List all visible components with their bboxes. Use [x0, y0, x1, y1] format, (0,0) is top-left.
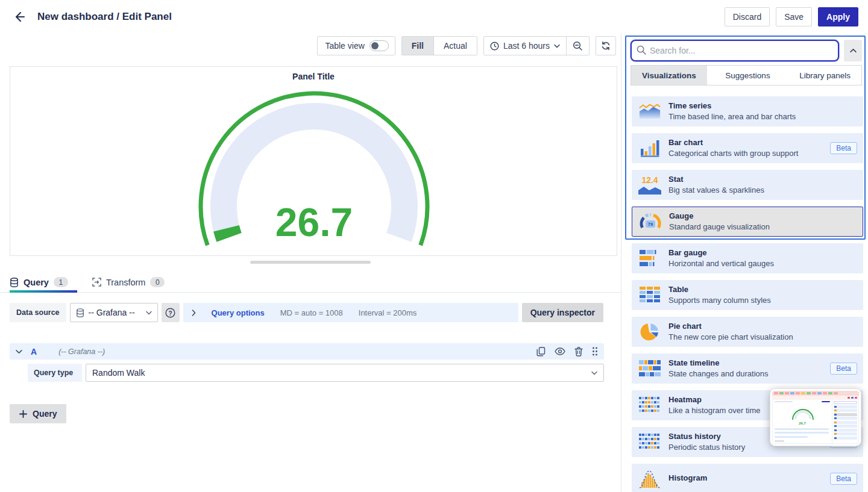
tab-query[interactable]: Query 1	[10, 277, 68, 287]
query-row-header[interactable]: A (-- Grafana --)	[10, 343, 604, 360]
gauge-icon: 79	[638, 212, 662, 231]
active-tab-underline	[10, 290, 77, 293]
time-series-icon	[638, 102, 662, 120]
query-options-interval: Interval = 200ms	[359, 308, 417, 317]
thumbnail-page: 26.7	[772, 400, 859, 444]
fit-mode-group: Fill Actual	[401, 36, 477, 55]
beta-badge: Beta	[830, 473, 857, 485]
time-range-picker[interactable]: Last 6 hours	[484, 37, 566, 55]
svg-text:?: ?	[169, 310, 172, 316]
datasource-select[interactable]: -- Grafana --	[70, 303, 158, 322]
viz-item-name: Stat	[668, 175, 764, 184]
panel-resize-handle[interactable]	[250, 261, 371, 264]
thumbnail-sidebar	[832, 400, 858, 443]
viz-item-name: State timeline	[668, 358, 769, 368]
query-inspector-button[interactable]: Query inspector	[522, 303, 603, 322]
viz-item-desc: Like a histogram over time	[668, 406, 760, 416]
datasource-label: Data source	[10, 303, 66, 322]
viz-item-desc: Big stat values & sparklines	[668, 185, 764, 195]
actual-button[interactable]: Actual	[433, 37, 477, 55]
eye-icon[interactable]	[555, 347, 565, 355]
pip-preview-thumbnail[interactable]: 26.7	[770, 388, 861, 446]
query-type-label: Query type	[28, 364, 82, 382]
clock-icon	[490, 42, 499, 51]
viz-item-histogram[interactable]: Histogram Beta	[632, 464, 863, 492]
viz-item-bar-chart[interactable]: Bar chartCategorical charts with group s…	[632, 133, 863, 163]
database-icon	[76, 308, 84, 317]
thumbnail-gauge-value: 26.7	[773, 422, 832, 425]
query-options-toggle[interactable]: Query options MD = auto = 1008 Interval …	[183, 303, 518, 322]
chevron-right-icon	[192, 310, 196, 316]
chevron-down-icon	[591, 371, 597, 375]
add-query-button[interactable]: Query	[10, 404, 66, 423]
gauge-value: 26.7	[275, 200, 353, 244]
query-type-value: Random Walk	[92, 368, 145, 378]
histogram-icon	[638, 469, 662, 488]
transform-icon	[92, 278, 101, 287]
viz-item-time-series[interactable]: Time seriesTime based line, area and bar…	[632, 96, 863, 126]
back-arrow-icon[interactable]	[10, 7, 29, 26]
chevron-up-icon	[850, 48, 857, 53]
zoom-out-button[interactable]	[566, 37, 589, 55]
viz-item-desc: Standard gauge visualization	[669, 222, 770, 232]
viz-item-state-timeline[interactable]: State timelineState changes and duration…	[632, 353, 863, 384]
viz-item-gauge[interactable]: 79 GaugeStandard gauge visualization	[632, 207, 863, 237]
trash-icon[interactable]	[574, 347, 583, 357]
viz-item-name: Heatmap	[668, 395, 760, 405]
app-header: New dashboard / Edit Panel Discard Save …	[0, 0, 868, 34]
query-type-row: Query type Random Walk	[28, 364, 604, 382]
viz-item-desc: Categorical charts with group support	[668, 149, 798, 158]
viz-item-name: Table	[668, 285, 771, 294]
plus-icon	[19, 410, 27, 418]
viz-item-name: Time series	[668, 101, 796, 111]
apply-button[interactable]: Apply	[818, 7, 858, 26]
datasource-value: -- Grafana --	[89, 308, 135, 317]
help-button[interactable]: ?	[162, 303, 180, 322]
table-view-group: Table view	[317, 36, 395, 55]
chevron-down-icon[interactable]	[16, 349, 22, 354]
viz-item-name: Pie chart	[668, 322, 793, 331]
duplicate-icon[interactable]	[536, 347, 546, 357]
datasource-row: Data source -- Grafana -- ? Query option…	[10, 303, 603, 322]
query-type-select[interactable]: Random Walk	[86, 364, 604, 382]
viz-item-name: Bar gauge	[668, 248, 774, 258]
tab-query-count: 1	[54, 277, 68, 287]
drag-grip-icon[interactable]	[592, 347, 598, 356]
viz-item-stat[interactable]: 12.4 StatBig stat values & sparklines	[632, 170, 863, 200]
page-title: New dashboard / Edit Panel	[37, 11, 172, 23]
zoom-out-icon	[573, 41, 583, 51]
viz-item-desc: State changes and durations	[668, 369, 769, 379]
table-view-toggle[interactable]	[370, 40, 389, 51]
state-timeline-icon	[638, 360, 662, 378]
thumbnail-gauge	[790, 405, 816, 421]
time-group: Last 6 hours	[483, 36, 590, 55]
tab-transform-count: 0	[150, 277, 165, 287]
viz-item-name: Histogram	[668, 473, 707, 483]
tab-transform[interactable]: Transform 0	[92, 277, 165, 287]
query-editor-tabs: Query 1 Transform 0	[0, 272, 621, 293]
viz-item-pie-chart[interactable]: Pie chartThe new core pie chart visualiz…	[632, 317, 863, 347]
thumbnail-panel-area: 26.7	[773, 400, 832, 443]
collapse-picker-button[interactable]	[844, 40, 862, 61]
viz-item-bar-gauge[interactable]: Bar gaugeHorizontal and vertical gauges	[632, 243, 863, 273]
save-button[interactable]: Save	[776, 7, 812, 26]
refresh-icon	[601, 41, 611, 51]
discard-button[interactable]: Discard	[725, 7, 770, 26]
table-icon	[638, 286, 662, 304]
table-view-label: Table view	[318, 41, 369, 51]
refresh-button[interactable]	[596, 36, 616, 55]
viz-item-name: Status history	[668, 432, 745, 441]
stat-icon: 12.4	[638, 176, 662, 195]
viz-item-table[interactable]: TableSupports many column styles	[632, 280, 863, 310]
tab-visualizations[interactable]: Visualizations	[631, 66, 707, 85]
tab-suggestions[interactable]: Suggestions	[714, 66, 781, 85]
time-range-label: Last 6 hours	[503, 41, 550, 51]
tab-library-panels[interactable]: Library panels	[788, 66, 861, 85]
search-input[interactable]	[632, 41, 838, 60]
status-history-icon	[638, 433, 662, 451]
viz-picker-tabs: Visualizations Suggestions Library panel…	[631, 65, 862, 86]
gauge-chart: 26.7	[193, 67, 435, 249]
viz-search-row	[631, 40, 862, 61]
query-options-label: Query options	[212, 308, 265, 317]
fill-button[interactable]: Fill	[402, 37, 433, 55]
